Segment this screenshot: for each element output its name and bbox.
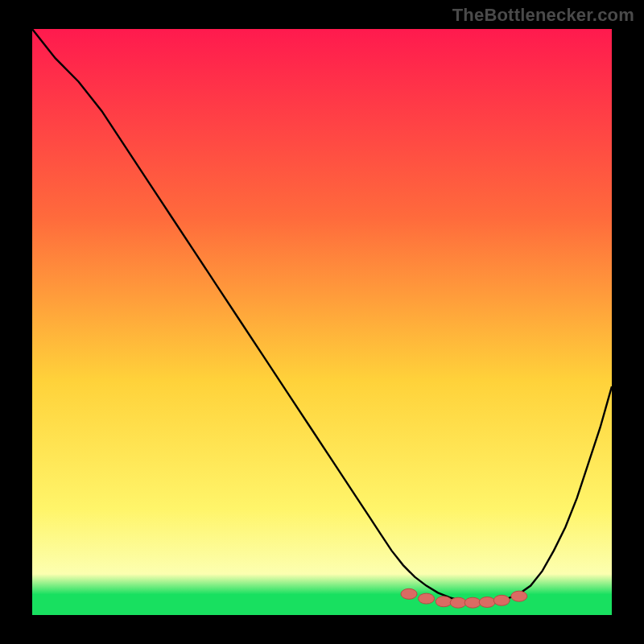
highlight-marker xyxy=(493,595,510,605)
highlight-marker xyxy=(464,597,481,608)
highlight-marker xyxy=(436,597,452,607)
highlight-marker xyxy=(479,597,495,608)
bottleneck-chart xyxy=(32,29,612,615)
highlight-marker xyxy=(419,593,435,604)
branding-label: TheBottlenecker.com xyxy=(452,5,634,26)
plot-area xyxy=(32,29,612,615)
highlight-marker xyxy=(511,591,527,601)
highlight-marker xyxy=(401,588,417,599)
highlight-marker xyxy=(450,597,466,608)
gradient-background xyxy=(32,29,612,615)
chart-frame: TheBottlenecker.com xyxy=(0,0,644,644)
